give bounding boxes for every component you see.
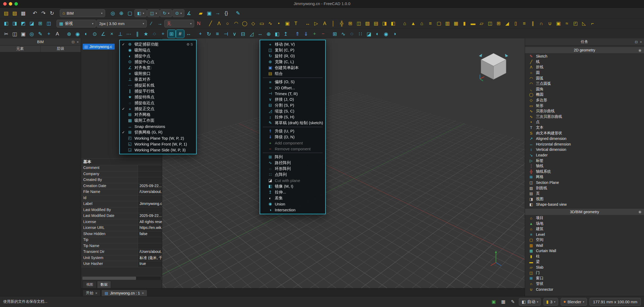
task-item[interactable]: ┆轴线 (525, 163, 644, 169)
add-point-button[interactable]: + (311, 30, 319, 38)
rebar-button[interactable]: ≈ (563, 20, 571, 27)
snap-menu-item[interactable]: ◱Working Plane Front (W, P, 1) (120, 141, 196, 147)
view-front-button[interactable]: ◩ (19, 20, 27, 27)
space-button[interactable]: ▢ (435, 20, 443, 27)
page-button[interactable]: ▤ (372, 20, 380, 27)
draft-facebinder-button[interactable]: ▣ (283, 20, 291, 27)
view-group-button[interactable]: ◫ (45, 20, 53, 27)
task-item[interactable]: ▮柱 (525, 254, 644, 259)
slab-button[interactable]: ▱ (478, 20, 486, 27)
roof-button[interactable]: ◢ (503, 20, 511, 27)
property-value[interactable]: 2025-09-22... (138, 213, 162, 219)
snap-intersection-button[interactable]: × (108, 30, 116, 38)
task-item[interactable]: ◟圆角 (525, 87, 644, 92)
equipment-button[interactable]: ▣ (554, 20, 562, 27)
modify-menu-item[interactable]: ◐差集 (260, 195, 325, 201)
modify-menu-item[interactable]: ⇓降级 (D, N) (260, 134, 325, 140)
array-button[interactable]: ⊞ (331, 30, 339, 38)
snap-perpendicular-button[interactable]: ⊥ (116, 30, 124, 38)
property-value[interactable] (138, 195, 162, 201)
modify-menu-item[interactable]: ✎将草稿 (draft) 绘制 (sketch) (260, 120, 325, 126)
task-item[interactable]: ○圆 (525, 70, 644, 76)
snap-menu-item[interactable]: ✓⊞切换网格 (G, R) (120, 129, 196, 135)
edit-button[interactable]: ✎ (36, 30, 44, 38)
macro-editor-button[interactable]: {} (222, 9, 230, 17)
snap-angle-button[interactable]: ∠ (99, 30, 107, 38)
remove-point-button[interactable]: − (319, 30, 327, 38)
task-item[interactable]: ↗Aligned dimension (525, 136, 644, 142)
modify-menu-item[interactable]: ⊟分割 (S, P) (260, 102, 325, 108)
modify-menu-item[interactable]: ⊞阵列 (260, 154, 325, 160)
level-button[interactable]: ≡ (426, 20, 434, 27)
view-axonometric-button[interactable]: ◪ (28, 20, 36, 27)
task-item[interactable]: •点 (525, 119, 644, 125)
layout-grid-icon[interactable]: ▦ (500, 298, 507, 305)
task-item[interactable]: ◇多边形 (525, 98, 644, 103)
snap-menu-item[interactable]: ◰Working Plane Top (W, P, 2) (120, 135, 196, 141)
tab-data[interactable]: 数据 (97, 281, 111, 288)
column-elements[interactable]: 元素 (0, 46, 41, 52)
modify-menu-item[interactable]: +Add component (260, 140, 325, 146)
close-panel-icon[interactable]: × (77, 40, 79, 44)
modify-menu-item[interactable]: +移动 (M, V) (260, 41, 325, 47)
autogroup-selector[interactable]: 无▾ (164, 20, 194, 27)
snap-menu-item[interactable]: ⊥垂直对齐 (120, 76, 196, 82)
task-item[interactable]: T文本 (525, 125, 644, 131)
addon-status-icon[interactable]: ▣ (490, 298, 497, 305)
copy-button[interactable]: ◫ (11, 30, 19, 38)
axis-system-button[interactable]: ╬ (338, 20, 346, 27)
draft-line-button[interactable]: ╱ (206, 20, 214, 27)
snap-menu-item[interactable]: ∥捕捉平行线 (120, 88, 196, 94)
view-2d-button[interactable]: ◨ (380, 20, 388, 27)
modify-menu-item[interactable]: ◉Union (260, 201, 325, 207)
wall-button[interactable]: ▥ (443, 20, 451, 27)
modify-menu-item[interactable]: ∿路径阵列 (260, 160, 325, 166)
scale-button[interactable]: ◿ (248, 30, 256, 38)
draw-style-selector[interactable]: ◧▾ (134, 9, 147, 17)
modify-menu-item[interactable]: ⊕克隆 (C, L) (260, 59, 325, 65)
edit-pencil-icon[interactable]: ✎ (509, 298, 516, 305)
draft-shapestring-button[interactable]: T (292, 20, 300, 27)
label-button[interactable]: ▷ (312, 20, 320, 27)
modify-menu-item[interactable]: −Remove component (260, 146, 325, 152)
task-item[interactable]: ◠三点圆弧 (525, 81, 644, 87)
task-item[interactable]: ◯椭圆 (525, 92, 644, 98)
redo-button[interactable]: ↷ (39, 9, 47, 17)
modify-menu-item[interactable]: ∨拼接 (J, O) (260, 96, 325, 102)
site-button[interactable]: ▲ (409, 20, 417, 27)
horizontal-scrollbar[interactable] (82, 276, 161, 280)
select-group-button[interactable]: ◎ (28, 30, 36, 38)
box-zoom-button[interactable]: ▢ (126, 9, 134, 17)
view-top-button[interactable]: ◨ (11, 20, 19, 27)
snap-lock-button[interactable]: ⊛ (65, 30, 73, 38)
intersection-button[interactable]: ◑ (391, 30, 399, 38)
task-item[interactable]: ∿贝塞尔曲线 (525, 108, 644, 114)
point-array-button[interactable]: ∷ (356, 30, 364, 38)
snap-menu-item[interactable]: ×吸附接口 (120, 71, 196, 76)
rotate-button[interactable]: ↻ (205, 30, 213, 38)
task-item[interactable]: ∪Connector (525, 286, 644, 292)
3d-viewport[interactable] (162, 38, 525, 288)
property-value[interactable] (138, 177, 162, 183)
snap-extension-button[interactable]: ⋯ (125, 30, 133, 38)
line-width-selector[interactable]: 2px | 3.50 mm▾ (97, 20, 147, 27)
upgrade-button[interactable]: ⇑ (293, 30, 301, 38)
refresh-button[interactable]: ↻ (48, 9, 56, 17)
task-item[interactable]: ↔Horizontal dimension (525, 142, 644, 147)
property-value[interactable]: /Users/about... (138, 249, 162, 255)
task-item[interactable]: ◫Section Plane (525, 180, 644, 185)
close-icon[interactable]: × (95, 291, 97, 295)
float-panel-icon[interactable]: ⊡ (635, 40, 638, 44)
frame-button[interactable]: ◰ (571, 20, 579, 27)
property-value[interactable]: 2025-09-22... (138, 183, 162, 189)
modify-menu-item[interactable]: ≡偏移 (O, S) (260, 79, 325, 85)
property-value[interactable] (138, 207, 162, 213)
task-item[interactable]: ◧Shape-based view (525, 202, 644, 207)
cut-plane-button[interactable]: ◪ (365, 30, 373, 38)
section-plane-button[interactable]: ◫ (355, 20, 363, 27)
snap-menu-item[interactable]: ⋯捕捉延长线 (120, 82, 196, 88)
snap-near-button[interactable]: ◌ (150, 30, 158, 38)
task-item[interactable]: ◫门 (525, 270, 644, 276)
stretch-button[interactable]: ↔ (256, 30, 264, 38)
task-item[interactable]: ▥Wall (525, 243, 644, 248)
